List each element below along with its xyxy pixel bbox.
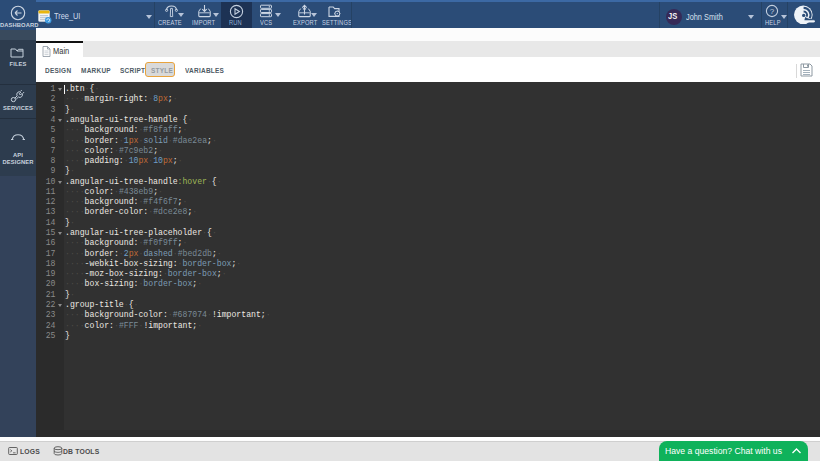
svg-text:?: ? (770, 7, 775, 16)
